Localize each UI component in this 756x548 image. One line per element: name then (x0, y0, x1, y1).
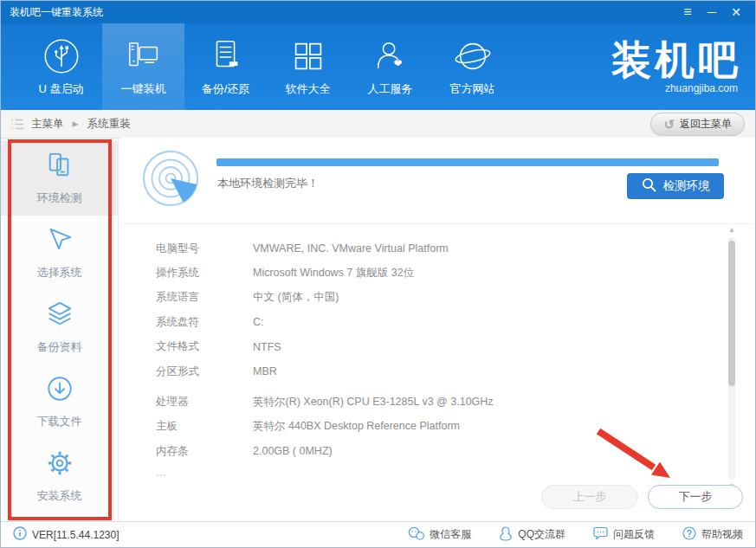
list-truncation-ellipsis: … (156, 464, 690, 481)
back-arrow-icon: ↺ (663, 118, 675, 131)
next-step-button[interactable]: 下一步 (648, 485, 743, 509)
search-icon (642, 177, 656, 195)
detect-button-label: 检测环境 (663, 178, 710, 194)
minimize-icon[interactable]: ─ (700, 1, 724, 23)
info-label: 处理器 (156, 395, 253, 409)
scroll-up-icon[interactable]: ▲ (728, 226, 735, 235)
footer-link-label: 微信客服 (430, 527, 471, 542)
sidebar-item-select-system[interactable]: 选择系统 (1, 216, 118, 290)
detect-environment-button[interactable]: 检测环境 (627, 173, 724, 199)
install-system-icon (46, 449, 74, 480)
one-click-install-icon (124, 36, 164, 76)
nav-item-one-click-install[interactable]: 一键装机 (102, 23, 184, 110)
nav-label: 一键装机 (121, 81, 166, 97)
nav-label: 官方网站 (450, 81, 495, 97)
info-value: C: (253, 316, 264, 328)
software-grid-icon (288, 36, 328, 76)
breadcrumb-separator-icon: ▶ (73, 119, 79, 128)
info-value: 英特尔(R) Xeon(R) CPU E3-1285L v3 @ 3.10GHz (253, 395, 494, 409)
info-row-language: 系统语言 中文 (简体，中国) (156, 286, 690, 310)
info-label: 操作系统 (156, 266, 253, 280)
logo-domain: zhuangjiba.com (665, 82, 741, 94)
section-divider (121, 223, 753, 224)
app-window: 装机吧一键重装系统 ≡ ─ ✕ U 盘启动 (0, 0, 756, 548)
sidebar-item-label: 备份资料 (37, 339, 82, 355)
status-bar: VER[11.5.44.1230] 微信客服 (1, 521, 755, 547)
info-label: 主板 (156, 419, 253, 434)
help-video-link[interactable]: 帮助视频 (682, 526, 743, 544)
back-button-label: 返回主菜单 (680, 117, 732, 132)
nav-item-official-site[interactable]: 官方网站 (431, 23, 514, 110)
breadcrumb-bar: 主菜单 ▶ 系统重装 ↺ 返回主菜单 (1, 110, 755, 139)
info-label: 文件格式 (156, 339, 253, 354)
titlebar: 装机吧一键重装系统 ≡ ─ ✕ (1, 1, 755, 23)
info-label: 电脑型号 (156, 242, 253, 256)
sidebar-item-backup-data[interactable]: 备份资料 (1, 290, 118, 364)
sidebar-item-install-system[interactable]: 安装系统 (1, 439, 118, 513)
footer-link-label: 问题反馈 (613, 527, 655, 542)
info-value: VMWARE, INC. VMware Virtual Platform (253, 242, 449, 255)
info-row-computer-model: 电脑型号 VMWARE, INC. VMware Virtual Platfor… (156, 236, 690, 261)
window-title: 装机吧一键重装系统 (1, 5, 103, 20)
info-icon (13, 526, 27, 543)
nav-label: 软件大全 (286, 81, 331, 97)
sidebar-item-download-files[interactable]: 下载文件 (1, 364, 118, 439)
info-row-cpu: 处理器 英特尔(R) Xeon(R) CPU E3-1285L v3 @ 3.1… (156, 390, 690, 414)
human-service-icon (371, 36, 410, 76)
info-row-motherboard: 主板 英特尔 440BX Desktop Reference Platform (156, 415, 690, 439)
nav-item-usb-boot[interactable]: U 盘启动 (20, 23, 102, 110)
info-value: MBR (253, 365, 277, 377)
nav-label: 备份/还原 (202, 81, 250, 97)
info-value: Microsoft Windows 7 旗舰版 32位 (253, 266, 414, 280)
info-value: 中文 (简体，中国) (253, 290, 339, 305)
download-files-icon (46, 375, 74, 406)
backup-restore-icon (206, 36, 246, 76)
close-icon[interactable]: ✕ (724, 1, 748, 23)
nav-item-software[interactable]: 软件大全 (267, 23, 349, 110)
nav-item-human-service[interactable]: 人工服务 (349, 23, 431, 110)
info-row-system-drive: 系统盘符 C: (156, 310, 690, 334)
window-controls: ≡ ─ ✕ (675, 1, 755, 23)
nav-item-backup-restore[interactable]: 备份/还原 (184, 23, 267, 110)
breadcrumb-root[interactable]: 主菜单 (31, 117, 64, 132)
info-value: 2.00GB ( 0MHZ) (253, 445, 333, 457)
backup-data-icon (46, 300, 74, 332)
logo-text: 装机吧 (611, 40, 741, 80)
sidebar-steps: 环境检测 选择系统 备份资料 (1, 139, 119, 521)
qq-icon (499, 526, 513, 544)
previous-step-button[interactable]: 上一步 (541, 485, 638, 509)
qq-group-link[interactable]: QQ交流群 (499, 526, 565, 544)
detect-progress-fill (216, 158, 719, 166)
select-system-icon (46, 226, 74, 257)
info-value: NTFS (253, 341, 281, 353)
footer-link-label: 帮助视频 (701, 527, 743, 542)
version-info: VER[11.5.44.1230] (13, 526, 120, 543)
version-text: VER[11.5.44.1230] (32, 529, 120, 541)
list-icon (11, 119, 24, 130)
info-row-os: 操作系统 Microsoft Windows 7 旗舰版 32位 (156, 261, 690, 285)
help-video-icon (682, 526, 696, 543)
radar-scan-icon (141, 149, 200, 211)
env-check-icon (46, 152, 74, 183)
back-to-main-menu-button[interactable]: ↺ 返回主菜单 (650, 113, 745, 136)
sidebar-item-env-check[interactable]: 环境检测 (1, 141, 118, 216)
vertical-scrollbar[interactable]: ▲ ▼ (727, 226, 737, 491)
info-label: 系统盘符 (156, 315, 253, 330)
brand-logo: 装机吧 zhuangjiba.com (611, 23, 755, 110)
info-row-memory: 内存条 2.00GB ( 0MHZ) (156, 439, 690, 463)
footer-link-label: QQ交流群 (518, 527, 565, 542)
system-info-list: 电脑型号 VMWARE, INC. VMware Virtual Platfor… (156, 236, 690, 481)
feedback-link[interactable]: 问题反馈 (593, 526, 655, 544)
wechat-support-link[interactable]: 微信客服 (408, 526, 471, 544)
nav-label: U 盘启动 (39, 81, 84, 97)
menu-icon[interactable]: ≡ (675, 1, 700, 23)
footer-links: 微信客服 QQ交流群 (408, 526, 743, 544)
detect-progress-bar (216, 158, 719, 166)
usb-icon (42, 36, 81, 76)
feedback-icon (593, 526, 608, 543)
scrollbar-thumb[interactable] (728, 241, 735, 386)
info-row-file-format: 文件格式 NTFS (156, 335, 690, 359)
scrollbar-track[interactable] (728, 237, 735, 480)
info-value: 英特尔 440BX Desktop Reference Platform (253, 419, 460, 434)
info-label: 分区形式 (156, 364, 253, 379)
